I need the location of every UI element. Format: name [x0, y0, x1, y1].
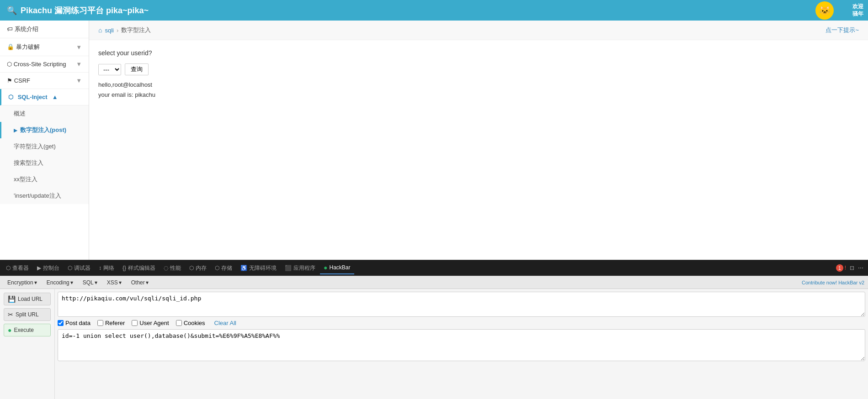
devtools-tab-accessibility[interactable]: ♿ 无障碍环境 — [237, 262, 280, 274]
split-url-icon: ✂ — [8, 311, 13, 318]
sidebar-item-csrf[interactable]: ⚑ CSRF ▼ — [0, 73, 89, 89]
hackbar-menu-encryption[interactable]: Encryption ▾ — [4, 278, 41, 287]
hackbar-post-data-input[interactable] — [58, 329, 865, 361]
hackbar-menu-sql[interactable]: SQL ▾ — [79, 278, 101, 287]
user-agent-checkbox[interactable] — [132, 320, 138, 326]
welcome-text: 欢迎 骚年 — [852, 3, 863, 17]
memory-icon: ⬡ — [189, 265, 194, 271]
split-url-button[interactable]: ✂ Split URL — [4, 308, 51, 321]
page-body: select your userid? --- 1 2 3 查询 hello,r… — [89, 40, 868, 109]
sidebar-sub-item-insert[interactable]: 'insert/update注入 — [0, 188, 89, 204]
devtools-bar: ⬡ 查看器 ▶ 控制台 ⬡ 调试器 ↕ 网络 {} 样式编辑器 ◌ 性能 — [0, 260, 868, 276]
chevron-down-icon: ▼ — [76, 77, 82, 84]
hackbar-menu-xss[interactable]: XSS ▾ — [103, 278, 125, 287]
tag-icon: 🏷 — [7, 26, 13, 32]
sidebar-sub-item-string-get[interactable]: 字符型注入(get) — [0, 138, 89, 155]
resize-icon[interactable]: ⊡ — [850, 265, 854, 271]
sql-arrow-icon: ▾ — [95, 279, 97, 286]
execute-button[interactable]: ● Execute — [4, 324, 51, 336]
search-icon: 🔍 — [7, 5, 17, 16]
console-icon: ▶ — [37, 265, 41, 271]
accessibility-icon: ♿ — [240, 265, 247, 271]
sidebar-item-bruteforce[interactable]: 🔒 暴力破解 ▼ — [0, 38, 89, 56]
execute-icon: ● — [8, 326, 11, 334]
style-editor-icon: {} — [122, 265, 126, 271]
chevron-down-icon: ▼ — [76, 44, 82, 51]
hackbar-menubar: Encryption ▾ Encoding ▾ SQL ▾ XSS ▾ Othe… — [0, 276, 868, 289]
sqlinject-icon: ⬡ — [8, 94, 13, 100]
sidebar-sub-item-xx[interactable]: xx型注入 — [0, 171, 89, 188]
storage-icon: ⬡ — [215, 265, 219, 271]
chevron-down-icon: ▼ — [76, 61, 82, 68]
referer-checkbox[interactable] — [97, 320, 103, 326]
breadcrumb-current: 数字型注入 — [121, 26, 151, 34]
hackbar-contribute-link[interactable]: Contribute now! HackBar v2 — [802, 280, 864, 285]
lock-icon: 🔒 — [7, 43, 14, 50]
xss-icon: ⬡ — [7, 61, 12, 68]
sub-arrow-icon: ▶ — [14, 128, 17, 133]
sidebar-item-xss[interactable]: ⬡ Cross-Site Scripting ▼ — [0, 56, 89, 73]
referer-checkbox-label[interactable]: Referer — [97, 320, 125, 326]
devtools-tab-inspector[interactable]: ⬡ 查看器 — [2, 262, 32, 274]
user-agent-checkbox-label[interactable]: User Agent — [132, 320, 169, 326]
load-url-icon: 💾 — [8, 295, 16, 303]
network-icon: ↕ — [99, 265, 101, 271]
sidebar-item-intro[interactable]: 🏷 系统介绍 — [0, 21, 89, 38]
breadcrumb-separator: › — [117, 27, 118, 34]
app-icon: ⬛ — [285, 265, 292, 271]
breadcrumb: ⌂ sqli › 数字型注入 点一下提示~ — [89, 21, 868, 40]
devtools-tab-network[interactable]: ↕ 网络 — [95, 262, 118, 274]
cookies-checkbox[interactable] — [176, 320, 182, 326]
sidebar-sub-item-search[interactable]: 搜索型注入 — [0, 155, 89, 171]
devtools-tab-memory[interactable]: ⬡ 内存 — [186, 262, 210, 274]
hackbar-menu-encoding[interactable]: Encoding ▾ — [43, 278, 77, 287]
avatar: 🐱 — [815, 1, 834, 20]
hackbar-green-icon: ● — [324, 264, 327, 271]
post-data-checkbox[interactable] — [58, 320, 64, 326]
post-data-checkbox-label[interactable]: Post data — [58, 320, 91, 326]
performance-icon: ◌ — [164, 265, 168, 271]
devtools-tab-app[interactable]: ⬛ 应用程序 — [281, 262, 319, 274]
hint-link[interactable]: 点一下提示~ — [825, 26, 859, 34]
hackbar-panel: Encryption ▾ Encoding ▾ SQL ▾ XSS ▾ Othe… — [0, 276, 868, 399]
sidebar-item-sqlinject[interactable]: ⬡ SQL-Inject ▲ — [0, 89, 89, 105]
devtools-tab-console[interactable]: ▶ 控制台 — [33, 262, 63, 274]
sidebar-sub-item-overview[interactable]: 概述 — [0, 105, 89, 122]
other-arrow-icon: ▾ — [146, 279, 149, 286]
page-subtitle: select your userid? — [98, 49, 859, 57]
top-header: 🔍 Pikachu 漏洞练习平台 pika~pika~ 🐱 欢迎 骚年 — [0, 0, 868, 21]
devtools-tab-style-editor[interactable]: {} 样式编辑器 — [119, 262, 159, 274]
userid-select[interactable]: --- 1 2 3 — [98, 64, 121, 75]
sqlinject-submenu: 概述 ▶ 数字型注入(post) 字符型注入(get) 搜索型注入 xx型注入 — [0, 105, 89, 204]
breadcrumb-sqli-link[interactable]: sqli — [105, 27, 114, 34]
load-url-button[interactable]: 💾 Load URL — [4, 293, 51, 305]
hackbar-menu-other[interactable]: Other ▾ — [128, 278, 152, 287]
hackbar-main: Post data Referer User Agent Cookie — [55, 289, 868, 399]
hackbar-checkbox-row: Post data Referer User Agent Cookie — [58, 320, 865, 326]
devtools-tab-storage[interactable]: ⬡ 存储 — [211, 262, 236, 274]
query-button[interactable]: 查询 — [125, 63, 149, 75]
xss-menu-arrow-icon: ▾ — [119, 279, 122, 286]
error-badge: 1 — [836, 264, 843, 272]
devtools-right: 1 ! ⊡ ⋯ — [836, 264, 866, 272]
hackbar-url-input[interactable] — [58, 292, 865, 317]
chevron-up-icon: ▲ — [52, 94, 58, 100]
debugger-icon: ⬡ — [68, 265, 72, 271]
clear-all-link[interactable]: Clear All — [214, 320, 236, 326]
main-content: ⌂ sqli › 数字型注入 点一下提示~ select your userid… — [89, 21, 868, 260]
cookies-checkbox-label[interactable]: Cookies — [176, 320, 205, 326]
devtools-tab-hackbar[interactable]: ● HackBar — [320, 262, 354, 274]
more-icon[interactable]: ⋯ — [858, 265, 863, 271]
sidebar-sub-item-numeric-post[interactable]: ▶ 数字型注入(post) — [0, 122, 89, 138]
encryption-arrow-icon: ▾ — [34, 279, 37, 286]
hackbar-sidebar: 💾 Load URL ✂ Split URL ● Execute — [0, 289, 55, 399]
sidebar: 🏷 系统介绍 🔒 暴力破解 ▼ ⬡ Cross-Site S — [0, 21, 89, 260]
devtools-tab-debugger[interactable]: ⬡ 调试器 — [64, 262, 94, 274]
home-icon: ⌂ — [98, 26, 102, 34]
result-line1: hello,root@localhost — [98, 80, 859, 90]
encoding-arrow-icon: ▾ — [70, 279, 73, 286]
app-title: Pikachu 漏洞练习平台 pika~pika~ — [21, 5, 149, 16]
inspector-icon: ⬡ — [6, 265, 11, 271]
devtools-tab-performance[interactable]: ◌ 性能 — [160, 262, 185, 274]
result-line2: your email is: pikachu — [98, 90, 859, 100]
